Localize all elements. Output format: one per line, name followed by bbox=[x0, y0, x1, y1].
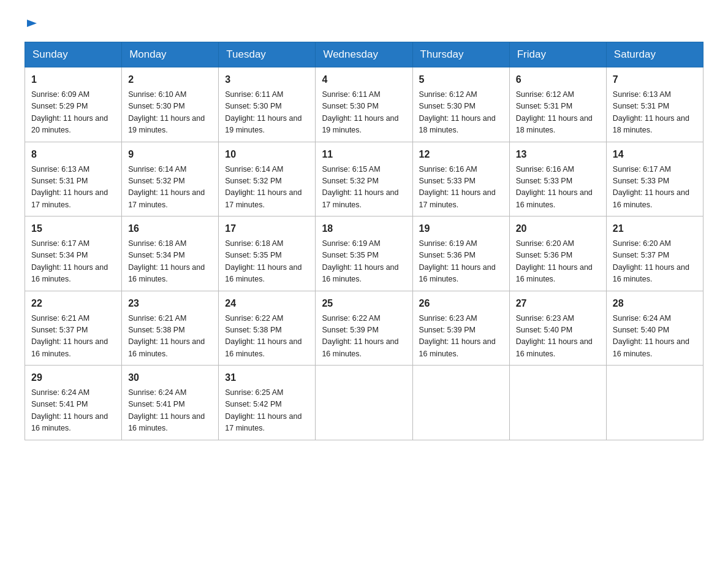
day-number: 18 bbox=[322, 221, 406, 236]
day-number: 8 bbox=[31, 147, 115, 162]
calendar-cell: 19 Sunrise: 6:19 AM Sunset: 5:36 PM Dayl… bbox=[412, 216, 509, 291]
day-number: 27 bbox=[516, 296, 600, 311]
day-number: 20 bbox=[516, 221, 600, 236]
calendar-day-header: Saturday bbox=[606, 42, 703, 67]
calendar-cell bbox=[606, 366, 703, 440]
day-number: 23 bbox=[128, 296, 212, 311]
calendar-day-header: Wednesday bbox=[316, 42, 412, 67]
cell-info: Sunrise: 6:20 AM Sunset: 5:36 PM Dayligh… bbox=[516, 238, 600, 286]
cell-info: Sunrise: 6:18 AM Sunset: 5:34 PM Dayligh… bbox=[128, 238, 212, 286]
calendar-cell: 31 Sunrise: 6:25 AM Sunset: 5:42 PM Dayl… bbox=[219, 366, 316, 440]
calendar-cell bbox=[316, 366, 412, 440]
calendar-cell: 5 Sunrise: 6:12 AM Sunset: 5:30 PM Dayli… bbox=[412, 67, 509, 142]
cell-info: Sunrise: 6:12 AM Sunset: 5:31 PM Dayligh… bbox=[516, 89, 600, 137]
calendar-day-header: Sunday bbox=[25, 42, 122, 67]
calendar-cell: 14 Sunrise: 6:17 AM Sunset: 5:33 PM Dayl… bbox=[606, 142, 703, 216]
calendar-cell: 17 Sunrise: 6:18 AM Sunset: 5:35 PM Dayl… bbox=[219, 216, 316, 291]
calendar-cell: 1 Sunrise: 6:09 AM Sunset: 5:29 PM Dayli… bbox=[25, 67, 122, 142]
cell-info: Sunrise: 6:19 AM Sunset: 5:35 PM Dayligh… bbox=[322, 238, 406, 286]
page-header bbox=[25, 18, 703, 27]
day-number: 10 bbox=[225, 147, 309, 162]
calendar-cell: 12 Sunrise: 6:16 AM Sunset: 5:33 PM Dayl… bbox=[412, 142, 509, 216]
calendar-week-row: 15 Sunrise: 6:17 AM Sunset: 5:34 PM Dayl… bbox=[25, 216, 703, 291]
calendar-cell: 22 Sunrise: 6:21 AM Sunset: 5:37 PM Dayl… bbox=[25, 291, 122, 366]
calendar-cell: 6 Sunrise: 6:12 AM Sunset: 5:31 PM Dayli… bbox=[509, 67, 606, 142]
cell-info: Sunrise: 6:10 AM Sunset: 5:30 PM Dayligh… bbox=[128, 89, 212, 137]
calendar-cell: 28 Sunrise: 6:24 AM Sunset: 5:40 PM Dayl… bbox=[606, 291, 703, 366]
calendar-cell: 25 Sunrise: 6:22 AM Sunset: 5:39 PM Dayl… bbox=[316, 291, 412, 366]
day-number: 22 bbox=[31, 296, 115, 311]
calendar-cell: 8 Sunrise: 6:13 AM Sunset: 5:31 PM Dayli… bbox=[25, 142, 122, 216]
cell-info: Sunrise: 6:17 AM Sunset: 5:33 PM Dayligh… bbox=[613, 164, 697, 212]
day-number: 19 bbox=[419, 221, 503, 236]
day-number: 1 bbox=[31, 72, 115, 87]
calendar-day-header: Monday bbox=[122, 42, 219, 67]
cell-info: Sunrise: 6:24 AM Sunset: 5:40 PM Dayligh… bbox=[613, 313, 697, 361]
calendar-day-header: Tuesday bbox=[219, 42, 316, 67]
cell-info: Sunrise: 6:23 AM Sunset: 5:39 PM Dayligh… bbox=[419, 313, 503, 361]
day-number: 2 bbox=[128, 72, 212, 87]
calendar-cell: 24 Sunrise: 6:22 AM Sunset: 5:38 PM Dayl… bbox=[219, 291, 316, 366]
cell-info: Sunrise: 6:17 AM Sunset: 5:34 PM Dayligh… bbox=[31, 238, 115, 286]
cell-info: Sunrise: 6:09 AM Sunset: 5:29 PM Dayligh… bbox=[31, 89, 115, 137]
calendar-cell: 30 Sunrise: 6:24 AM Sunset: 5:41 PM Dayl… bbox=[122, 366, 219, 440]
cell-info: Sunrise: 6:24 AM Sunset: 5:41 PM Dayligh… bbox=[31, 387, 115, 435]
calendar-cell: 11 Sunrise: 6:15 AM Sunset: 5:32 PM Dayl… bbox=[316, 142, 412, 216]
day-number: 4 bbox=[322, 72, 406, 87]
cell-info: Sunrise: 6:11 AM Sunset: 5:30 PM Dayligh… bbox=[322, 89, 406, 137]
cell-info: Sunrise: 6:20 AM Sunset: 5:37 PM Dayligh… bbox=[613, 238, 697, 286]
day-number: 26 bbox=[419, 296, 503, 311]
day-number: 9 bbox=[128, 147, 212, 162]
day-number: 14 bbox=[613, 147, 697, 162]
cell-info: Sunrise: 6:12 AM Sunset: 5:30 PM Dayligh… bbox=[419, 89, 503, 137]
day-number: 29 bbox=[31, 370, 115, 385]
cell-info: Sunrise: 6:16 AM Sunset: 5:33 PM Dayligh… bbox=[516, 164, 600, 212]
calendar-cell: 16 Sunrise: 6:18 AM Sunset: 5:34 PM Dayl… bbox=[122, 216, 219, 291]
day-number: 30 bbox=[128, 370, 212, 385]
logo-arrow-icon bbox=[26, 17, 38, 29]
cell-info: Sunrise: 6:22 AM Sunset: 5:39 PM Dayligh… bbox=[322, 313, 406, 361]
calendar-day-header: Friday bbox=[509, 42, 606, 67]
day-number: 6 bbox=[516, 72, 600, 87]
calendar-cell: 23 Sunrise: 6:21 AM Sunset: 5:38 PM Dayl… bbox=[122, 291, 219, 366]
day-number: 12 bbox=[419, 147, 503, 162]
day-number: 24 bbox=[225, 296, 309, 311]
cell-info: Sunrise: 6:14 AM Sunset: 5:32 PM Dayligh… bbox=[225, 164, 309, 212]
calendar-cell: 2 Sunrise: 6:10 AM Sunset: 5:30 PM Dayli… bbox=[122, 67, 219, 142]
cell-info: Sunrise: 6:25 AM Sunset: 5:42 PM Dayligh… bbox=[225, 387, 309, 435]
calendar-week-row: 8 Sunrise: 6:13 AM Sunset: 5:31 PM Dayli… bbox=[25, 142, 703, 216]
calendar-cell: 13 Sunrise: 6:16 AM Sunset: 5:33 PM Dayl… bbox=[509, 142, 606, 216]
cell-info: Sunrise: 6:13 AM Sunset: 5:31 PM Dayligh… bbox=[613, 89, 697, 137]
calendar-cell: 4 Sunrise: 6:11 AM Sunset: 5:30 PM Dayli… bbox=[316, 67, 412, 142]
calendar-day-header: Thursday bbox=[412, 42, 509, 67]
day-number: 16 bbox=[128, 221, 212, 236]
cell-info: Sunrise: 6:21 AM Sunset: 5:37 PM Dayligh… bbox=[31, 313, 115, 361]
calendar-cell: 10 Sunrise: 6:14 AM Sunset: 5:32 PM Dayl… bbox=[219, 142, 316, 216]
calendar-cell: 20 Sunrise: 6:20 AM Sunset: 5:36 PM Dayl… bbox=[509, 216, 606, 291]
calendar-table: SundayMondayTuesdayWednesdayThursdayFrid… bbox=[25, 42, 703, 440]
calendar-week-row: 1 Sunrise: 6:09 AM Sunset: 5:29 PM Dayli… bbox=[25, 67, 703, 142]
cell-info: Sunrise: 6:22 AM Sunset: 5:38 PM Dayligh… bbox=[225, 313, 309, 361]
day-number: 15 bbox=[31, 221, 115, 236]
cell-info: Sunrise: 6:13 AM Sunset: 5:31 PM Dayligh… bbox=[31, 164, 115, 212]
calendar-cell bbox=[509, 366, 606, 440]
calendar-cell: 26 Sunrise: 6:23 AM Sunset: 5:39 PM Dayl… bbox=[412, 291, 509, 366]
cell-info: Sunrise: 6:19 AM Sunset: 5:36 PM Dayligh… bbox=[419, 238, 503, 286]
cell-info: Sunrise: 6:23 AM Sunset: 5:40 PM Dayligh… bbox=[516, 313, 600, 361]
svg-marker-0 bbox=[27, 20, 37, 27]
calendar-cell bbox=[412, 366, 509, 440]
cell-info: Sunrise: 6:14 AM Sunset: 5:32 PM Dayligh… bbox=[128, 164, 212, 212]
cell-info: Sunrise: 6:21 AM Sunset: 5:38 PM Dayligh… bbox=[128, 313, 212, 361]
calendar-cell: 15 Sunrise: 6:17 AM Sunset: 5:34 PM Dayl… bbox=[25, 216, 122, 291]
day-number: 25 bbox=[322, 296, 406, 311]
calendar-cell: 3 Sunrise: 6:11 AM Sunset: 5:30 PM Dayli… bbox=[219, 67, 316, 142]
logo bbox=[25, 18, 38, 27]
day-number: 17 bbox=[225, 221, 309, 236]
calendar-cell: 21 Sunrise: 6:20 AM Sunset: 5:37 PM Dayl… bbox=[606, 216, 703, 291]
calendar-cell: 27 Sunrise: 6:23 AM Sunset: 5:40 PM Dayl… bbox=[509, 291, 606, 366]
calendar-cell: 9 Sunrise: 6:14 AM Sunset: 5:32 PM Dayli… bbox=[122, 142, 219, 216]
day-number: 21 bbox=[613, 221, 697, 236]
day-number: 28 bbox=[613, 296, 697, 311]
cell-info: Sunrise: 6:15 AM Sunset: 5:32 PM Dayligh… bbox=[322, 164, 406, 212]
calendar-cell: 29 Sunrise: 6:24 AM Sunset: 5:41 PM Dayl… bbox=[25, 366, 122, 440]
